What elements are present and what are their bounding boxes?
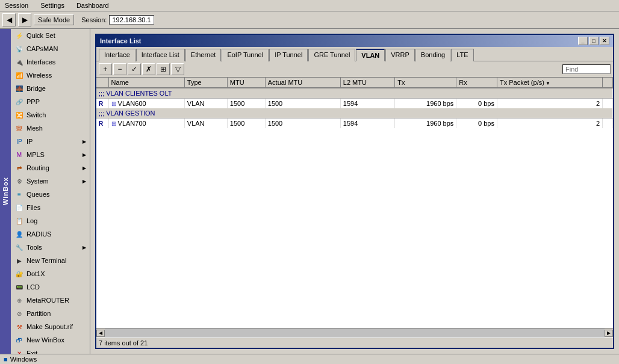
exit-icon: ✕ xyxy=(14,348,24,354)
remove-button[interactable]: − xyxy=(113,63,126,75)
scroll-track[interactable] xyxy=(105,329,605,338)
sidebar-label-dot1x: Dot1X xyxy=(26,270,45,277)
sidebar-item-ip[interactable]: IPIP xyxy=(11,135,90,148)
sidebar-label-ip: IP xyxy=(26,138,33,145)
menu-session[interactable]: Session xyxy=(2,1,31,10)
ppp-icon: 🔗 xyxy=(14,97,24,106)
forward-button[interactable]: ▶ xyxy=(18,13,31,26)
sidebar-item-queues[interactable]: ≡Queues xyxy=(11,188,90,201)
interfaces-table: NameTypeMTUActual MTUL2 MTUTxRxTx Packet… xyxy=(96,78,613,128)
sidebar-item-wireless[interactable]: 📶Wireless xyxy=(11,69,90,82)
sidebar-item-lcd[interactable]: 📟LCD xyxy=(11,280,90,294)
scroll-right-button[interactable]: ▶ xyxy=(605,330,613,337)
tab-interface[interactable]: Interface xyxy=(99,49,135,61)
find-input[interactable] xyxy=(562,64,611,74)
sidebar-item-system[interactable]: ⚙System xyxy=(11,174,90,188)
sidebar-item-quick-set[interactable]: ⚡Quick Set xyxy=(11,29,90,42)
main-layout: WinBox ⚡Quick Set📡CAPsMAN🔌Interfaces📶Wir… xyxy=(0,29,619,354)
tab-gre-tunnel[interactable]: GRE Tunnel xyxy=(308,49,355,61)
status-bar: 7 items out of 21 xyxy=(96,338,613,348)
group-row-group-clientes: ;;; VLAN CLIENTES OLT xyxy=(96,88,613,99)
enable-button[interactable]: ✓ xyxy=(128,63,141,75)
sidebar-label-wireless: Wireless xyxy=(26,72,52,79)
sidebar-item-metarouter[interactable]: ⊕MetaROUTER xyxy=(11,294,90,307)
sidebar-item-switch[interactable]: 🔀Switch xyxy=(11,108,90,122)
row-flag: R xyxy=(96,119,108,129)
sidebar-label-quick-set: Quick Set xyxy=(26,32,55,39)
tab-vlan[interactable]: VLAN xyxy=(356,49,385,61)
tab-interface-list[interactable]: Interface List xyxy=(136,49,185,61)
row-name: ⊞ VLAN600 xyxy=(108,99,184,109)
restore-button[interactable]: □ xyxy=(589,37,599,45)
table-row[interactable]: R⊞ VLAN700VLAN1500150015941960 bps0 bps2 xyxy=(96,119,613,129)
table-container[interactable]: NameTypeMTUActual MTUL2 MTUTxRxTx Packet… xyxy=(96,78,613,328)
sidebar-item-mpls[interactable]: MMPLS xyxy=(11,148,90,161)
sidebar-item-radius[interactable]: 👤RADIUS xyxy=(11,227,90,241)
mesh-icon: 🕸 xyxy=(14,123,24,133)
add-button[interactable]: + xyxy=(99,63,112,75)
sidebar-label-lcd: LCD xyxy=(26,283,40,291)
sidebar-item-mesh[interactable]: 🕸Mesh xyxy=(11,122,90,135)
disable-button[interactable]: ✗ xyxy=(142,63,155,75)
row-flag: R xyxy=(96,99,108,109)
back-button[interactable]: ◀ xyxy=(2,13,16,26)
sidebar-item-files[interactable]: 📄Files xyxy=(11,201,90,214)
sidebar-label-interfaces: Interfaces xyxy=(26,58,55,66)
sidebar-item-new-terminal[interactable]: ▶New Terminal xyxy=(11,254,90,267)
make-icon: ⚒ xyxy=(14,322,24,332)
sidebar-label-switch: Switch xyxy=(26,111,46,119)
status-text: 7 items out of 21 xyxy=(99,339,148,347)
tab-ip-tunnel[interactable]: IP Tunnel xyxy=(269,49,308,61)
sidebar-item-new-winbox[interactable]: 🗗New WinBox xyxy=(11,333,90,347)
windows-icon: ■ xyxy=(4,356,8,363)
sidebar-item-log[interactable]: 📋Log xyxy=(11,214,90,227)
safe-mode-button[interactable]: Safe Mode xyxy=(34,14,74,25)
toolbar: ◀ ▶ Safe Mode Session: 192.168.30.1 xyxy=(0,11,619,29)
sidebar-item-capsman[interactable]: 📡CAPsMAN xyxy=(11,42,90,55)
log-icon: 📋 xyxy=(14,216,24,226)
content-area: Interface List _ □ ✕ InterfaceInterface … xyxy=(90,29,619,354)
partition-icon: ⊘ xyxy=(14,309,24,318)
minimize-button[interactable]: _ xyxy=(578,37,588,45)
sidebar-label-radius: RADIUS xyxy=(26,230,52,238)
scroll-left-button[interactable]: ◀ xyxy=(96,330,105,337)
files-icon: 📄 xyxy=(14,203,24,212)
table-toolbar: + − ✓ ✗ ⊞ ▽ xyxy=(96,61,613,78)
interface-list-window: Interface List _ □ ✕ InterfaceInterface … xyxy=(95,34,614,349)
col-header-4: Actual MTU xyxy=(265,78,340,88)
queues-icon: ≡ xyxy=(14,190,24,199)
copy-button[interactable]: ⊞ xyxy=(157,63,170,75)
tab-lte[interactable]: LTE xyxy=(451,49,473,61)
sidebar-item-routing[interactable]: ⇄Routing xyxy=(11,161,90,174)
sidebar-label-mesh: Mesh xyxy=(26,125,43,132)
interfaces-icon: 🔌 xyxy=(14,57,24,67)
sidebar-item-dot1x[interactable]: 🔐Dot1X xyxy=(11,267,90,280)
window-titlebar: Interface List _ □ ✕ xyxy=(96,35,613,47)
sidebar-item-make-supout[interactable]: ⚒Make Supout.rif xyxy=(11,320,90,333)
table-row[interactable]: R⊞ VLAN600VLAN1500150015941960 bps0 bps2 xyxy=(96,99,613,109)
menu-settings[interactable]: Settings xyxy=(38,1,67,10)
window-controls: _ □ ✕ xyxy=(578,37,609,45)
tab-ethernet[interactable]: Ethernet xyxy=(185,49,222,61)
tab-vrrp[interactable]: VRRP xyxy=(385,49,415,61)
sidebar-item-tools[interactable]: 🔧Tools xyxy=(11,241,90,254)
sidebar-label-metarouter: MetaROUTER xyxy=(26,297,69,304)
sidebar-label-bridge: Bridge xyxy=(26,85,46,92)
menu-dashboard[interactable]: Dashboard xyxy=(74,1,111,10)
sidebar-label-capsman: CAPsMAN xyxy=(26,45,58,52)
newwin-icon: 🗗 xyxy=(14,335,24,345)
tab-eoip-tunnel[interactable]: EoIP Tunnel xyxy=(222,49,269,61)
sidebar-item-exit[interactable]: ✕Exit xyxy=(11,347,90,354)
tab-bonding[interactable]: Bonding xyxy=(415,49,450,61)
sidebar-item-interfaces[interactable]: 🔌Interfaces xyxy=(11,55,90,69)
sidebar-label-routing: Routing xyxy=(26,164,49,171)
capsman-icon: 📡 xyxy=(14,44,24,54)
filter-button[interactable]: ▽ xyxy=(171,63,184,75)
system-icon: ⚙ xyxy=(14,176,24,186)
sidebar-item-partition[interactable]: ⊘Partition xyxy=(11,307,90,320)
close-button[interactable]: ✕ xyxy=(600,37,609,45)
lcd-icon: 📟 xyxy=(14,282,24,292)
menu-bar: Session Settings Dashboard xyxy=(0,0,619,11)
sidebar-item-ppp[interactable]: 🔗PPP xyxy=(11,95,90,108)
sidebar-item-bridge[interactable]: 🌉Bridge xyxy=(11,82,90,95)
